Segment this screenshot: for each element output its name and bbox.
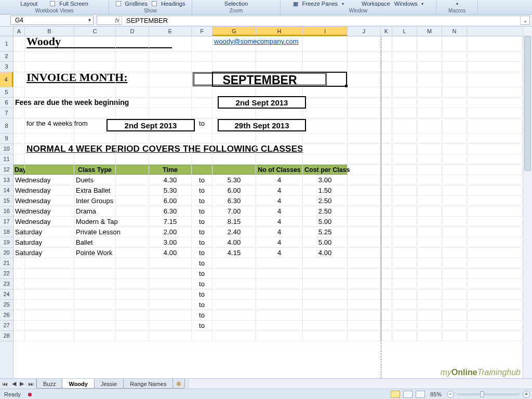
cell-M12[interactable] (417, 165, 442, 175)
cell-F1[interactable] (192, 36, 212, 51)
cell-L8[interactable] (392, 118, 417, 133)
cell-F10[interactable] (192, 144, 212, 154)
cell-E13[interactable]: 4.30 (149, 175, 192, 185)
cell-F18[interactable]: to (192, 227, 212, 237)
cell-H23[interactable] (256, 279, 303, 289)
cell-N19[interactable] (442, 237, 467, 247)
cell-G27[interactable] (212, 321, 256, 330)
row-header-22[interactable]: 22 (0, 269, 13, 279)
cell-F11[interactable] (192, 154, 212, 164)
column-header-F[interactable]: F (192, 26, 212, 36)
cell-K5[interactable] (381, 87, 392, 97)
row-headers[interactable]: 1234567891011121314151617181920212223242… (0, 36, 14, 378)
cell-L27[interactable] (392, 321, 417, 330)
cell-K3[interactable] (381, 62, 392, 72)
cell-A24[interactable] (14, 289, 25, 299)
cell-I5[interactable] (303, 87, 348, 97)
cell-D12[interactable] (116, 165, 149, 175)
cell-B22[interactable] (25, 269, 74, 278)
cell-B23[interactable] (25, 279, 74, 289)
cell-G28[interactable] (212, 331, 256, 341)
cell-M23[interactable] (417, 279, 442, 289)
cell-D16[interactable] (116, 206, 149, 216)
cell-N5[interactable] (442, 87, 467, 97)
cell-F7[interactable] (192, 108, 212, 118)
column-header-D[interactable]: D (116, 26, 149, 36)
cell-N1[interactable] (442, 36, 467, 51)
cell-J22[interactable] (348, 269, 381, 278)
view-normal-button[interactable] (391, 391, 400, 398)
cell-C19[interactable]: Ballet (74, 237, 116, 247)
cell-H26[interactable] (256, 310, 303, 320)
cell-H18[interactable]: 4 (256, 227, 303, 237)
cell-N20[interactable] (442, 248, 467, 258)
column-header-B[interactable]: B (25, 26, 74, 36)
cell-I15[interactable]: 2.50 (303, 196, 348, 206)
cell-H25[interactable] (256, 300, 303, 310)
zoom-slider[interactable] (457, 393, 520, 395)
cell-B20[interactable] (25, 248, 74, 258)
cell-J1[interactable] (348, 36, 381, 51)
cell-B26[interactable] (25, 310, 74, 320)
cell-L3[interactable] (392, 62, 417, 72)
sheet-tab-range-names[interactable]: Range Names (123, 379, 173, 389)
cell-G21[interactable] (212, 258, 256, 268)
cell-G16[interactable]: 7.00 (212, 206, 256, 216)
cell-B15[interactable] (25, 196, 74, 206)
row-header-8[interactable]: 8 (0, 118, 13, 134)
cell-M1[interactable] (417, 36, 442, 51)
cell-H20[interactable]: 4 (256, 248, 303, 258)
cell-F27[interactable]: to (192, 321, 212, 330)
row-header-23[interactable]: 23 (0, 279, 13, 289)
cell-H2[interactable] (256, 51, 303, 61)
cell-I19[interactable]: 5.00 (303, 237, 348, 247)
cell-L26[interactable] (392, 310, 417, 320)
cell-M19[interactable] (417, 237, 442, 247)
cell-M3[interactable] (417, 62, 442, 72)
macro-record-icon[interactable]: ⏺ (27, 391, 33, 397)
cell-G23[interactable] (212, 279, 256, 289)
cell-F24[interactable]: to (192, 289, 212, 299)
row-header-4[interactable]: 4 (0, 72, 13, 87)
cell-F2[interactable] (192, 51, 212, 61)
cell-M14[interactable] (417, 185, 442, 195)
column-header-L[interactable]: L (392, 26, 417, 36)
row-header-26[interactable]: 26 (0, 310, 13, 321)
cell-B17[interactable] (25, 217, 74, 227)
cell-B6[interactable] (25, 98, 74, 108)
cell-K22[interactable] (381, 269, 392, 278)
cell-H11[interactable] (256, 154, 303, 164)
cell-G3[interactable] (212, 62, 256, 72)
cell-N9[interactable] (442, 134, 467, 143)
cell-I27[interactable] (303, 321, 348, 330)
cell-I3[interactable] (303, 62, 348, 72)
cell-A12[interactable]: Day (14, 165, 25, 175)
cell-M11[interactable] (417, 154, 442, 164)
row-header-1[interactable]: 1 (0, 36, 13, 51)
cell-M15[interactable] (417, 196, 442, 206)
cell-K16[interactable] (381, 206, 392, 216)
cell-I11[interactable] (303, 154, 348, 164)
cell-E5[interactable] (149, 87, 192, 97)
cell-N2[interactable] (442, 51, 467, 61)
cell-N8[interactable] (442, 118, 467, 133)
cell-H16[interactable]: 4 (256, 206, 303, 216)
cell-D17[interactable] (116, 217, 149, 227)
cell-C7[interactable] (74, 108, 116, 118)
cell-C23[interactable] (74, 279, 116, 289)
cell-E19[interactable]: 3.00 (149, 237, 192, 247)
cell-J4[interactable] (348, 72, 381, 87)
cell-J11[interactable] (348, 154, 381, 164)
ribbon-btn-zoom-selection[interactable]: Selection (224, 1, 248, 7)
row-header-3[interactable]: 3 (0, 62, 13, 72)
cell-F14[interactable]: to (192, 185, 212, 195)
cell-K21[interactable] (381, 258, 392, 268)
cell-K18[interactable] (381, 227, 392, 237)
cell-L2[interactable] (392, 51, 417, 61)
cell-N15[interactable] (442, 196, 467, 206)
cell-B5[interactable] (25, 87, 74, 97)
cell-I2[interactable] (303, 51, 348, 61)
cell-L14[interactable] (392, 185, 417, 195)
cell-A3[interactable] (14, 62, 25, 72)
cell-I23[interactable] (303, 279, 348, 289)
